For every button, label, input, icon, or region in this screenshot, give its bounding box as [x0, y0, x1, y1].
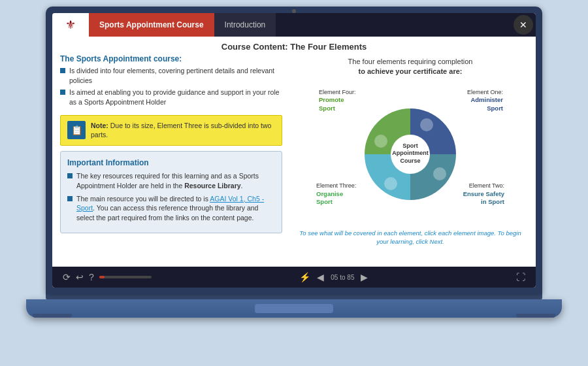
right-panel: The four elements requiring completion t…	[293, 54, 528, 263]
info-box: Important Information The key resources …	[60, 151, 282, 233]
tab-introduction[interactable]: Introduction	[214, 13, 276, 37]
diagram-title-line1: The four elements requiring completion	[348, 58, 473, 65]
diagram-title-line2: to achieve your certificate are:	[359, 67, 463, 75]
info-bullet-1: The key resources required for this lear…	[67, 171, 275, 190]
tab-intro-label: Introduction	[225, 20, 266, 29]
element-two-name: Ensure Safetyin Sport	[463, 190, 504, 207]
element-one-name: AdministerSport	[467, 96, 503, 112]
toolbar-left: ⟳ ↩ ?	[63, 272, 152, 282]
screen: ⚜ Sports Appointment Course Introduction…	[52, 13, 536, 288]
note-label: Note:	[91, 122, 108, 129]
toolbar-right: ⛶	[516, 272, 525, 282]
bullet-item-1: Is divided into four elements, covering …	[60, 66, 282, 85]
content-body: The Sports Appointment course: Is divide…	[52, 54, 536, 267]
bullet-item-2: Is aimed at enabling you to provide guid…	[60, 88, 282, 107]
tab-active-label: Sports Appointment Course	[99, 20, 204, 29]
element-one-number: Element One:	[467, 89, 503, 97]
laptop-foot-left	[33, 314, 72, 318]
prev-icon[interactable]: ◀	[317, 272, 324, 282]
laptop-base	[26, 299, 562, 318]
lightning-icon[interactable]: ⚡	[299, 272, 310, 282]
close-icon: ✕	[519, 20, 527, 30]
note-body: Due to its size, Element Three is sub-di…	[91, 122, 271, 139]
note-box: 📋 Note: Due to its size, Element Three i…	[60, 115, 282, 146]
element-four-number: Element Four:	[319, 89, 356, 97]
bottom-toolbar: ⟳ ↩ ? ⚡ ◀ 05 to 85 ▶ ⛶	[52, 267, 536, 288]
element-three-number: Element Three:	[316, 182, 356, 190]
element-three-name: OrganiseSport	[316, 190, 356, 207]
info-bullet-square-1	[67, 173, 73, 178]
next-icon[interactable]: ▶	[361, 272, 368, 282]
bullet-square-2	[60, 90, 65, 95]
army-logo: ⚜	[52, 13, 89, 37]
element-one-label[interactable]: Element One: AdministerSport	[467, 89, 503, 112]
element-four-name: PromoteSport	[319, 96, 356, 112]
diagram-title: The four elements requiring completion t…	[348, 57, 473, 77]
toolbar-center: ⚡ ◀ 05 to 85 ▶	[299, 272, 368, 282]
laptop-touchpad[interactable]	[255, 304, 333, 313]
camera-dot	[292, 9, 296, 13]
element-four-label[interactable]: Element Four: PromoteSport	[319, 89, 356, 112]
note-text: Note: Due to its size, Element Three is …	[91, 121, 275, 140]
progress-bar	[99, 276, 152, 278]
svg-point-4	[384, 177, 397, 190]
svg-point-2	[420, 118, 433, 131]
diagram-container: SportAppointmentCourse Element Four: Pro…	[312, 82, 508, 226]
laptop-foot-right	[516, 314, 555, 318]
bullet-text-2: Is aimed at enabling you to provide guid…	[69, 88, 282, 107]
laptop-hinge	[46, 294, 542, 299]
content-title: Course Content: The Four Elements	[52, 37, 536, 54]
progress-fill	[99, 276, 105, 278]
help-icon[interactable]: ?	[89, 272, 94, 282]
info-heading: Important Information	[67, 158, 275, 167]
page-counter: 05 to 85	[331, 274, 354, 281]
element-two-label[interactable]: Element Two: Ensure Safetyin Sport	[463, 182, 504, 206]
content-area: Course Content: The Four Elements The Sp…	[52, 37, 536, 267]
left-panel: The Sports Appointment course: Is divide…	[60, 54, 282, 263]
element-three-label[interactable]: Element Three: OrganiseSport	[316, 182, 356, 206]
info-bullet-2: The main resource you will be directed t…	[67, 194, 275, 223]
nav-icon-1[interactable]: ⟳	[63, 272, 71, 282]
bullet-text-1: Is divided into four elements, covering …	[69, 66, 282, 85]
note-icon: 📋	[67, 121, 86, 139]
top-bar: ⚜ Sports Appointment Course Introduction…	[52, 13, 536, 37]
close-button[interactable]: ✕	[514, 15, 533, 35]
center-label: SportAppointmentCourse	[392, 142, 429, 165]
info-bullet-text-2: The main resource you will be directed t…	[76, 194, 275, 223]
diagram-caption: To see what will be covered in each elem…	[293, 229, 528, 246]
tab-sports-appointment[interactable]: Sports Appointment Course	[89, 13, 214, 37]
bullet-square-1	[60, 68, 65, 73]
svg-point-3	[433, 167, 446, 180]
svg-point-1	[374, 135, 387, 148]
laptop-outer: ⚜ Sports Appointment Course Introduction…	[39, 7, 549, 359]
course-heading: The Sports Appointment course:	[60, 54, 282, 63]
laptop-screen-bezel: ⚜ Sports Appointment Course Introduction…	[46, 7, 542, 294]
fullscreen-icon[interactable]: ⛶	[516, 272, 525, 282]
center-text: SportAppointmentCourse	[392, 142, 429, 164]
nav-icon-2[interactable]: ↩	[76, 272, 84, 282]
army-eagle-icon: ⚜	[65, 18, 76, 32]
info-bullet-square-2	[67, 196, 73, 201]
info-bullet-text-1: The key resources required for this lear…	[76, 171, 275, 190]
element-two-number: Element Two:	[463, 182, 504, 190]
agai-link[interactable]: AGAI Vol 1, Ch5 - Sport	[76, 195, 264, 212]
